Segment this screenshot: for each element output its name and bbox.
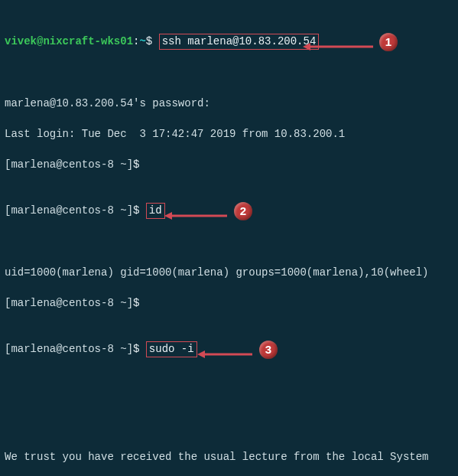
line-id: [marlena@centos-8 ~]$ id 2 — [5, 203, 453, 249]
svg-marker-3 — [164, 212, 172, 220]
arrow-icon — [303, 41, 379, 52]
step-badge-1: 1 — [379, 33, 398, 51]
pw-prompt: marlena@10.83.200.54's password: — [5, 96, 453, 111]
lecture-l1: We trust you have received the usual lec… — [5, 449, 453, 465]
step-badge-2: 2 — [234, 202, 252, 220]
user-prompt-empty: [marlena@centos-8 ~]$ — [5, 157, 453, 172]
local-user: vivek@nixcraft-wks01 — [5, 35, 133, 47]
arrow-icon — [164, 210, 233, 221]
last-login: Last login: Tue Dec 3 17:42:47 2019 from… — [5, 126, 453, 142]
step-badge-3: 3 — [259, 341, 278, 359]
local-path: ~ — [139, 35, 145, 47]
line-ssh: vivek@nixcraft-wks01:~$ ssh marlena@10.8… — [5, 34, 453, 80]
user-prompt-empty: [marlena@centos-8 ~]$ — [5, 295, 453, 311]
svg-marker-5 — [197, 350, 205, 358]
boxed-cmd-sudo-i: sudo -i — [146, 341, 197, 357]
svg-marker-1 — [303, 43, 310, 51]
boxed-cmd-id: id — [146, 203, 165, 219]
boxed-cmd-ssh: ssh marlena@10.83.200.54 — [159, 34, 320, 50]
id-user-out: uid=1000(marlena) gid=1000(marlena) grou… — [5, 265, 453, 280]
terminal[interactable]: vivek@nixcraft-wks01:~$ ssh marlena@10.8… — [0, 0, 458, 476]
arrow-icon — [197, 349, 258, 360]
blank — [5, 419, 453, 434]
line-sudo-i: [marlena@centos-8 ~]$ sudo -i 3 — [5, 341, 453, 388]
